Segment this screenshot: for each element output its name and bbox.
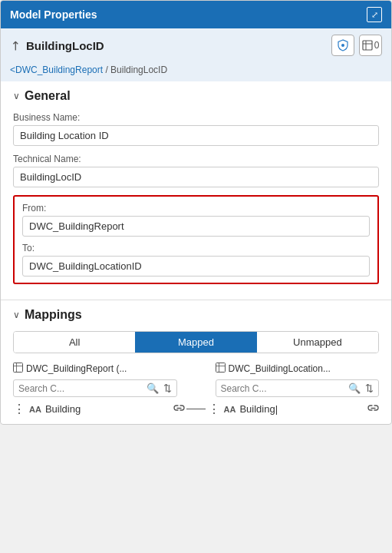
- svg-rect-4: [14, 363, 23, 373]
- left-item-link-icon[interactable]: [173, 402, 185, 416]
- left-item-menu-icon[interactable]: ⋮: [13, 402, 25, 416]
- right-item-type-icon: AA: [224, 405, 236, 414]
- mapping-tabs: All Mapped Unmapped: [13, 331, 379, 353]
- table-count: 0: [374, 40, 380, 51]
- tab-all[interactable]: All: [14, 332, 135, 353]
- connector-spacer: [185, 363, 208, 402]
- technical-name-input[interactable]: [13, 167, 379, 187]
- general-section-title: General: [25, 89, 71, 103]
- entity-actions: 0: [331, 35, 382, 56]
- columns-headers-row: DWC_BuildingReport (... 🔍 ⇅: [13, 363, 379, 402]
- right-item-name: Building|: [239, 403, 365, 415]
- mapping-line: [186, 409, 206, 409]
- to-label: To:: [22, 243, 370, 253]
- from-input[interactable]: [22, 216, 370, 237]
- from-field: From:: [22, 203, 370, 237]
- mappings-section-header[interactable]: ∨ Mappings: [13, 308, 379, 322]
- technical-name-label: Technical Name:: [13, 154, 379, 164]
- left-column-header: DWC_BuildingReport (... 🔍 ⇅: [13, 363, 177, 402]
- left-item-type-icon: AA: [29, 405, 41, 414]
- panel-header: Model Properties ⤢: [1, 1, 391, 28]
- right-column-header: DWC_BuildingLocation... 🔍 ⇅: [216, 363, 380, 402]
- right-search-icon: 🔍: [348, 382, 361, 394]
- table-view-button[interactable]: 0: [359, 35, 382, 56]
- right-col-header: DWC_BuildingLocation...: [216, 363, 380, 375]
- svg-rect-7: [216, 363, 225, 373]
- right-col-name: DWC_BuildingLocation...: [229, 363, 331, 374]
- left-search-icon: 🔍: [147, 382, 159, 394]
- panel-title: Model Properties: [10, 8, 97, 21]
- to-field: To:: [22, 243, 370, 276]
- shield-button[interactable]: [331, 35, 354, 56]
- left-col-icon: [13, 363, 23, 375]
- left-item-name: Building: [45, 403, 171, 415]
- svg-point-0: [341, 44, 344, 47]
- business-name-field: Business Name:: [13, 112, 379, 146]
- right-sort-button[interactable]: ⇅: [365, 382, 374, 394]
- right-item-link-icon[interactable]: [367, 402, 379, 416]
- mappings-section-title: Mappings: [25, 308, 82, 322]
- entity-row: ↗ BuildingLocID 0: [1, 28, 391, 62]
- expand-button[interactable]: ⤢: [367, 7, 382, 22]
- breadcrumb: <DWC_BuildingReport / BuildingLocID: [10, 65, 167, 75]
- general-chevron-icon: ∨: [13, 91, 20, 101]
- entity-type-icon: ↗: [6, 37, 24, 55]
- mapping-item-row: ⋮ AA Building ⋮ AA Building|: [13, 402, 379, 416]
- from-label: From:: [22, 203, 370, 214]
- to-input[interactable]: [22, 256, 370, 276]
- business-name-input[interactable]: [13, 125, 379, 146]
- model-properties-panel: Model Properties ⤢ ↗ BuildingLocID: [0, 0, 392, 425]
- right-search-row: 🔍 ⇅: [216, 379, 380, 397]
- general-section-header[interactable]: ∨ General: [13, 89, 379, 103]
- business-name-label: Business Name:: [13, 112, 379, 123]
- tab-mapped[interactable]: Mapped: [135, 332, 256, 353]
- left-sort-button[interactable]: ⇅: [163, 382, 172, 394]
- left-mapping-item: ⋮ AA Building: [13, 402, 185, 416]
- tab-unmapped[interactable]: Unmapped: [257, 332, 378, 353]
- breadcrumb-parent-link[interactable]: <DWC_BuildingReport: [10, 65, 103, 75]
- right-mapping-item: ⋮ AA Building|: [208, 402, 380, 416]
- left-search-row: 🔍 ⇅: [13, 379, 177, 397]
- mappings-section: ∨ Mappings All Mapped Unmapped: [1, 300, 391, 424]
- right-item-menu-icon[interactable]: ⋮: [208, 402, 220, 416]
- technical-name-field: Technical Name:: [13, 154, 379, 187]
- right-col-icon: [216, 363, 226, 375]
- breadcrumb-current: BuildingLocID: [110, 65, 167, 75]
- right-search-input[interactable]: [221, 383, 346, 394]
- entity-name-group: ↗ BuildingLocID: [10, 38, 104, 53]
- left-col-name: DWC_BuildingReport (...: [26, 363, 127, 374]
- svg-rect-1: [363, 41, 372, 50]
- from-to-box: From: To:: [13, 195, 379, 284]
- left-search-input[interactable]: [18, 383, 143, 394]
- left-col-header: DWC_BuildingReport (...: [13, 363, 177, 375]
- entity-name: BuildingLocID: [26, 39, 104, 52]
- general-section: ∨ General Business Name: Technical Name:…: [1, 81, 391, 300]
- mappings-chevron-icon: ∨: [13, 310, 20, 320]
- mapping-connector: [185, 409, 208, 409]
- breadcrumb-row: <DWC_BuildingReport / BuildingLocID: [1, 62, 391, 81]
